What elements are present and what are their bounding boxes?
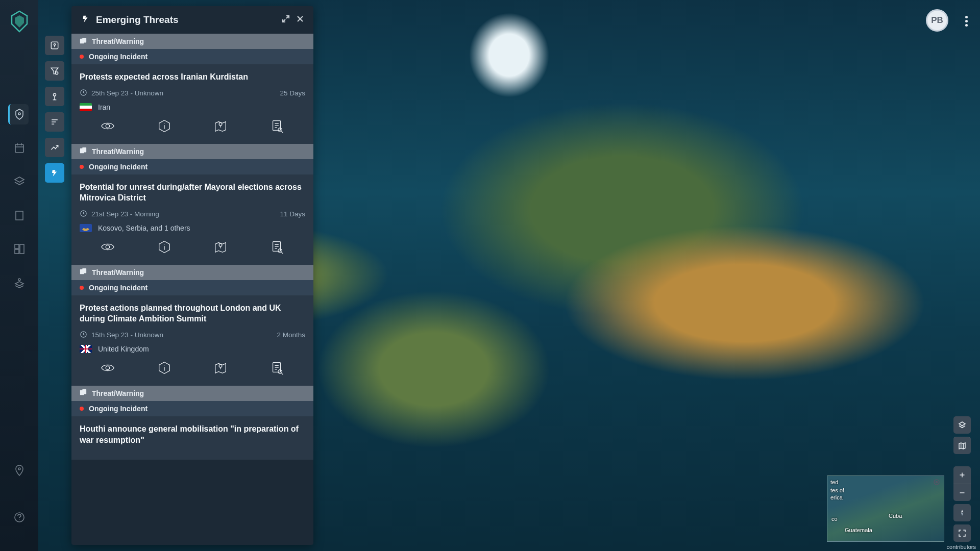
- tool-map-select[interactable]: [45, 36, 64, 55]
- threat-category-row[interactable]: Threat/Warning: [71, 386, 313, 401]
- status-label: Ongoing Incident: [89, 163, 148, 171]
- tool-filter[interactable]: [45, 61, 64, 81]
- svg-rect-16: [20, 244, 24, 254]
- svg-point-24: [54, 44, 55, 45]
- view-button[interactable]: [100, 360, 115, 378]
- nav-dashboard[interactable]: [9, 239, 30, 259]
- threat-category-row[interactable]: Threat/Warning: [71, 265, 313, 280]
- category-icon: [80, 147, 87, 156]
- map-attribution: contributors: [947, 544, 976, 550]
- minimap[interactable]: ted tes of erica co Cuba Guatemala: [827, 475, 944, 542]
- info-button[interactable]: [157, 239, 172, 257]
- expand-button[interactable]: [282, 15, 290, 25]
- threat-card[interactable]: Protest actions planned throughout Londo…: [71, 295, 313, 386]
- app-logo: [10, 10, 29, 33]
- svg-line-48: [281, 131, 283, 133]
- minimap-label: tes of: [830, 487, 844, 493]
- nav-layers[interactable]: [9, 171, 30, 192]
- tool-column: [38, 36, 71, 183]
- threat-date: 15th Sep 23 - Unknown: [91, 331, 163, 339]
- clock-icon: [80, 331, 87, 340]
- locate-button[interactable]: [213, 118, 228, 136]
- fullscreen-button[interactable]: [953, 524, 971, 542]
- nav-location[interactable]: [9, 460, 30, 481]
- svg-rect-15: [15, 244, 19, 248]
- report-button[interactable]: [270, 118, 285, 136]
- svg-point-80: [936, 482, 938, 483]
- threat-status-row[interactable]: Ongoing Incident: [71, 280, 313, 295]
- clock-icon: [80, 210, 87, 219]
- status-dot-icon: [80, 286, 84, 290]
- svg-point-47: [278, 128, 282, 132]
- threat-duration: 25 Days: [280, 89, 305, 97]
- threat-category-row[interactable]: Threat/Warning: [71, 144, 313, 159]
- svg-rect-17: [15, 249, 19, 254]
- svg-marker-81: [959, 422, 965, 426]
- view-button[interactable]: [100, 239, 115, 257]
- zoom-out-button[interactable]: [953, 484, 971, 501]
- threat-item[interactable]: Threat/Warning Ongoing Incident Protests…: [71, 34, 313, 144]
- user-avatar[interactable]: PB: [926, 9, 948, 32]
- threat-item[interactable]: Threat/Warning Ongoing Incident Potentia…: [71, 144, 313, 265]
- threat-card[interactable]: Potential for unrest during/after Mayora…: [71, 174, 313, 265]
- locate-button[interactable]: [213, 360, 228, 378]
- clock-icon: [80, 89, 87, 98]
- threat-list[interactable]: Threat/Warning Ongoing Incident Protests…: [71, 34, 313, 545]
- alert-icon: [81, 14, 90, 26]
- threat-card[interactable]: Houthi announce general mobilisation "in…: [71, 416, 313, 460]
- svg-point-52: [106, 245, 110, 249]
- view-button[interactable]: [100, 118, 115, 136]
- map-layer-buttons: [953, 416, 971, 454]
- threat-title: Protests expected across Iranian Kurdist…: [80, 71, 305, 83]
- threat-category-row[interactable]: Threat/Warning: [71, 34, 313, 49]
- threat-actions: [80, 118, 305, 136]
- basemap-toggle-button[interactable]: [953, 437, 971, 454]
- primary-nav-rail: [0, 0, 38, 551]
- nav-buildings[interactable]: [9, 205, 30, 226]
- category-label: Threat/Warning: [92, 389, 144, 397]
- tool-alerts[interactable]: [45, 163, 64, 183]
- flag-icon: [80, 224, 92, 232]
- zoom-in-button[interactable]: [953, 466, 971, 484]
- threat-status-row[interactable]: Ongoing Incident: [71, 159, 313, 174]
- nav-calendar[interactable]: [9, 138, 30, 158]
- report-button[interactable]: [270, 360, 285, 378]
- compass-button[interactable]: [953, 504, 971, 521]
- nav-help[interactable]: [9, 507, 30, 528]
- info-button[interactable]: [157, 360, 172, 378]
- status-label: Ongoing Incident: [89, 405, 148, 413]
- threat-actions: [80, 360, 305, 378]
- more-menu-button[interactable]: [965, 14, 968, 28]
- svg-line-62: [281, 252, 283, 254]
- threats-panel: Emerging Threats Threat/Warning Ongoing …: [71, 6, 313, 545]
- threat-card[interactable]: Protests expected across Iranian Kurdist…: [71, 64, 313, 144]
- threat-item[interactable]: Threat/Warning Ongoing Incident Houthi a…: [71, 386, 313, 460]
- nav-geo-layers[interactable]: [9, 272, 30, 293]
- country-name: United Kingdom: [98, 345, 149, 353]
- svg-point-75: [278, 370, 282, 374]
- minimap-label: co: [831, 516, 838, 522]
- tool-sort[interactable]: [45, 112, 64, 132]
- threat-meta: 15th Sep 23 - Unknown 2 Months: [80, 331, 305, 340]
- threat-status-row[interactable]: Ongoing Incident: [71, 49, 313, 64]
- nav-threats[interactable]: [8, 104, 29, 124]
- tool-marker[interactable]: [45, 87, 64, 106]
- status-label: Ongoing Incident: [89, 53, 148, 61]
- info-button[interactable]: [157, 118, 172, 136]
- country-name: Iran: [98, 103, 110, 111]
- minimap-locate-icon[interactable]: [933, 478, 941, 487]
- threat-title: Protest actions planned throughout Londo…: [80, 303, 305, 324]
- svg-point-4: [18, 113, 20, 115]
- report-button[interactable]: [270, 239, 285, 257]
- threat-country: Iran: [80, 103, 305, 111]
- svg-rect-5: [15, 144, 23, 153]
- close-button[interactable]: [296, 15, 304, 25]
- locate-button[interactable]: [213, 239, 228, 257]
- tool-trend[interactable]: [45, 138, 64, 157]
- svg-line-76: [281, 373, 283, 374]
- svg-marker-25: [51, 68, 58, 74]
- threat-item[interactable]: Threat/Warning Ongoing Incident Protest …: [71, 265, 313, 386]
- threat-status-row[interactable]: Ongoing Incident: [71, 401, 313, 416]
- category-label: Threat/Warning: [92, 268, 144, 277]
- layers-toggle-button[interactable]: [953, 416, 971, 434]
